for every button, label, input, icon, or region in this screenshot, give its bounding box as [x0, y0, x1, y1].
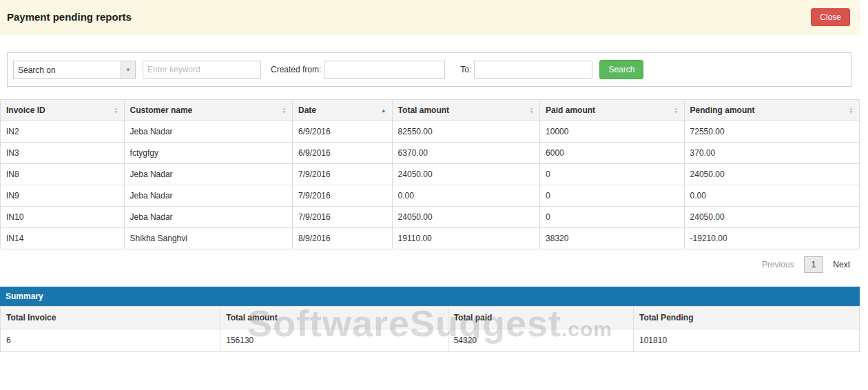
search-on-select[interactable]: Search on ▼ [13, 61, 136, 79]
column-header-customer-name[interactable]: Customer name ▲▼ [124, 100, 292, 121]
summary-values-row: 6 156130 54320 101810 [1, 329, 860, 352]
summary-title-bar: Summary [0, 287, 860, 306]
keyword-input[interactable] [143, 61, 261, 79]
column-label: Paid amount [546, 105, 595, 115]
cell-total-amount: 19110.00 [392, 228, 539, 249]
summary-total-amount-value: 156130 [220, 329, 448, 352]
table-row: IN14 Shikha Sanghvi 8/9/2016 19110.00 38… [1, 228, 860, 249]
search-button[interactable]: Search [599, 60, 643, 79]
cell-invoice-id: IN3 [1, 143, 125, 164]
pagination: Previous 1 Next [0, 256, 856, 273]
chevron-down-icon[interactable]: ▼ [121, 61, 135, 78]
cell-customer-name: Jeba Nadar [124, 164, 292, 185]
page-header: Payment pending reports Close [0, 0, 860, 34]
sort-icon: ▲▼ [282, 107, 287, 114]
pagination-previous[interactable]: Previous [756, 256, 800, 273]
cell-invoice-id: IN8 [1, 164, 125, 185]
search-panel: Search on ▼ Created from: To: Search [7, 52, 851, 87]
cell-total-amount: 24050.00 [392, 207, 539, 228]
cell-date: 7/9/2016 [292, 164, 392, 185]
table-header-row: Invoice ID ▲▼ Customer name ▲▼ Date ▲ [1, 100, 860, 121]
sort-icon: ▲▼ [114, 107, 118, 114]
table-row: IN10 Jeba Nadar 7/9/2016 24050.00 0 2405… [1, 207, 860, 228]
summary-header-row: Total Invoice Total amount Total paid To… [1, 307, 860, 329]
column-header-paid-amount[interactable]: Paid amount ▲▼ [540, 100, 684, 121]
cell-total-amount: 24050.00 [392, 164, 539, 185]
pagination-page-1[interactable]: 1 [804, 256, 824, 273]
cell-paid-amount: 38320 [540, 228, 684, 249]
cell-pending-amount: -19210.00 [684, 228, 859, 249]
created-from-label: Created from: [271, 65, 321, 74]
cell-date: 6/9/2016 [292, 143, 392, 164]
cell-date: 7/9/2016 [292, 185, 392, 207]
summary-total-paid-value: 54320 [448, 329, 633, 352]
column-label: Pending amount [690, 105, 755, 115]
sort-icon: ▲▼ [849, 107, 854, 114]
column-label: Customer name [130, 105, 193, 115]
cell-invoice-id: IN14 [1, 228, 125, 249]
search-on-selected-value: Search on [14, 61, 121, 78]
column-header-invoice-id[interactable]: Invoice ID ▲▼ [1, 100, 125, 121]
cell-paid-amount: 0 [540, 164, 684, 185]
cell-pending-amount: 72550.00 [684, 121, 859, 143]
pending-reports-table: Invoice ID ▲▼ Customer name ▲▼ Date ▲ [0, 99, 860, 249]
cell-total-amount: 6370.00 [392, 143, 539, 164]
summary-column-total-amount: Total amount [220, 307, 448, 329]
cell-customer-name: Jeba Nadar [124, 185, 292, 207]
column-header-date[interactable]: Date ▲ [292, 100, 392, 121]
table-row: IN2 Jeba Nadar 6/9/2016 82550.00 10000 7… [1, 121, 860, 143]
pagination-next[interactable]: Next [827, 256, 856, 273]
cell-paid-amount: 6000 [540, 143, 684, 164]
cell-pending-amount: 24050.00 [684, 207, 859, 228]
column-label: Total amount [398, 105, 449, 115]
cell-paid-amount: 10000 [540, 121, 684, 143]
column-header-total-amount[interactable]: Total amount ▲▼ [392, 100, 539, 121]
to-label: To: [460, 65, 471, 74]
cell-paid-amount: 0 [540, 185, 684, 207]
sort-ascending-icon: ▲ [381, 107, 386, 114]
created-from-input[interactable] [324, 61, 445, 79]
cell-pending-amount: 24050.00 [684, 164, 859, 185]
search-row: Search on ▼ Created from: To: Search [13, 60, 845, 79]
summary-table: Total Invoice Total amount Total paid To… [0, 306, 860, 352]
cell-invoice-id: IN9 [1, 185, 125, 207]
summary-total-invoice-value: 6 [1, 329, 220, 352]
cell-total-amount: 82550.00 [392, 121, 539, 143]
page-title: Payment pending reports [7, 11, 132, 23]
cell-pending-amount: 370.00 [684, 143, 859, 164]
cell-customer-name: Jeba Nadar [124, 121, 292, 143]
created-to-input[interactable] [474, 61, 592, 79]
cell-date: 6/9/2016 [292, 121, 392, 143]
column-label: Date [298, 105, 316, 115]
cell-customer-name: fctygfgy [124, 143, 292, 164]
summary-column-total-pending: Total Pending [634, 307, 860, 329]
table-row: IN3 fctygfgy 6/9/2016 6370.00 6000 370.0… [1, 143, 860, 164]
cell-pending-amount: 0.00 [684, 185, 859, 207]
summary-column-total-invoice: Total Invoice [1, 307, 220, 329]
cell-date: 7/9/2016 [292, 207, 392, 228]
sort-icon: ▲▼ [529, 107, 534, 114]
cell-total-amount: 0.00 [392, 185, 539, 207]
cell-date: 8/9/2016 [292, 228, 392, 249]
column-header-pending-amount[interactable]: Pending amount ▲▼ [684, 100, 859, 121]
cell-invoice-id: IN10 [1, 207, 125, 228]
cell-customer-name: Jeba Nadar [124, 207, 292, 228]
cell-invoice-id: IN2 [1, 121, 125, 143]
table-row: IN8 Jeba Nadar 7/9/2016 24050.00 0 24050… [1, 164, 860, 185]
table-row: IN9 Jeba Nadar 7/9/2016 0.00 0 0.00 [1, 185, 860, 207]
summary-total-pending-value: 101810 [634, 329, 860, 352]
payment-pending-reports-page: Payment pending reports Close Search on … [0, 0, 860, 352]
close-button[interactable]: Close [811, 8, 850, 26]
sort-icon: ▲▼ [674, 107, 679, 114]
column-label: Invoice ID [6, 105, 45, 115]
cell-customer-name: Shikha Sanghvi [124, 228, 292, 249]
cell-paid-amount: 0 [540, 207, 684, 228]
summary-column-total-paid: Total paid [448, 307, 633, 329]
